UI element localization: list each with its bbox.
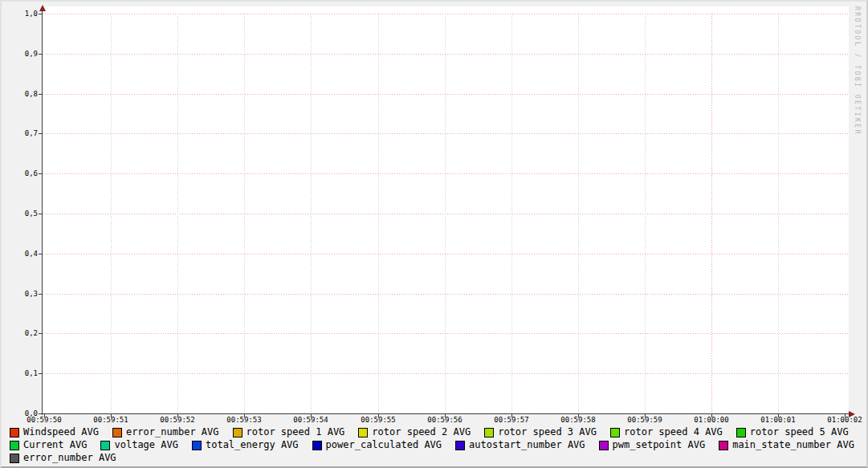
legend-item: Current AVG: [10, 440, 87, 450]
legend-item: error_number AVG: [10, 453, 116, 463]
legend-item: rotor speed 3 AVG: [484, 427, 597, 437]
rrdtool-graph-window: 1,00,90,80,70,60,50,40,30,20,10,0 00:59:…: [0, 0, 868, 468]
gridline-horizontal: [43, 294, 849, 295]
gridline-vertical-minor: [311, 14, 312, 413]
legend-label: rotor speed 2 AVG: [372, 427, 471, 437]
legend-row: Windspeed AVGerror_number AVGrotor speed…: [10, 427, 863, 437]
legend-label: voltage AVG: [114, 440, 177, 450]
y-tick-label: 0,9: [2, 50, 38, 59]
legend-label: Windspeed AVG: [23, 427, 99, 437]
legend-item: rotor speed 1 AVG: [233, 427, 345, 437]
legend-label: rotor speed 1 AVG: [247, 427, 345, 437]
legend-item: autostart_number AVG: [455, 440, 585, 450]
x-tick-label: 00:59:51: [87, 416, 135, 425]
gridline-horizontal: [43, 14, 849, 14]
watermark: RRDTOOL / TOBI OETIKER: [854, 6, 861, 136]
legend-color-swatch: [358, 428, 368, 437]
legend-item: main_state_number AVG: [719, 440, 854, 450]
legend-label: main_state_number AVG: [732, 440, 854, 450]
legend-item: pwm_setpoint AVG: [599, 440, 706, 450]
legend-label: total_energy AVG: [206, 440, 299, 450]
y-tick-label: 0,6: [2, 169, 38, 178]
legend-item: Windspeed AVG: [10, 427, 99, 437]
gridline-horizontal: [43, 94, 849, 95]
legend-item: power_calculated AVG: [312, 440, 442, 450]
legend-label: Current AVG: [23, 440, 87, 450]
legend-color-swatch: [736, 428, 746, 437]
legend-color-swatch: [10, 454, 19, 463]
legend-item: rotor speed 5 AVG: [736, 427, 849, 437]
x-tick-label: 00:59:55: [354, 416, 402, 425]
legend-row: error_number AVG: [10, 453, 863, 463]
y-axis-arrow-icon: [39, 5, 46, 11]
gridline-vertical-minor: [177, 14, 178, 413]
gridline-horizontal: [43, 133, 849, 134]
legend-color-swatch: [100, 441, 110, 450]
legend-label: pwm_setpoint AVG: [613, 440, 706, 450]
y-tick-label: 0,7: [2, 129, 38, 138]
legend-color-swatch: [599, 441, 609, 450]
x-tick-label: 01:00:01: [754, 416, 802, 425]
gridline-vertical-minor: [445, 14, 446, 413]
legend-item: total_energy AVG: [192, 440, 299, 450]
legend-color-swatch: [10, 441, 19, 450]
legend-color-swatch: [312, 441, 322, 450]
y-tick-label: 0,8: [2, 90, 38, 99]
legend-label: autostart_number AVG: [469, 440, 585, 450]
legend-color-swatch: [192, 441, 202, 450]
gridline-horizontal: [43, 333, 849, 334]
legend-label: rotor speed 4 AVG: [624, 427, 723, 437]
legend: Windspeed AVGerror_number AVGrotor speed…: [10, 427, 863, 466]
x-axis-line: [42, 413, 849, 414]
gridline-vertical-minor: [511, 14, 512, 413]
legend-item: rotor speed 4 AVG: [610, 427, 723, 437]
gridline-horizontal: [43, 54, 849, 55]
y-tick-label: 0,4: [2, 250, 38, 258]
y-tick-label: 0,1: [2, 369, 38, 378]
x-tick-label: 01:00:00: [687, 416, 736, 425]
legend-label: rotor speed 5 AVG: [750, 427, 849, 437]
legend-color-swatch: [455, 441, 465, 450]
gridline-horizontal: [43, 214, 849, 214]
legend-item: voltage AVG: [100, 440, 177, 450]
x-tick-label: 00:59:59: [621, 416, 669, 425]
x-tick-label: 00:59:53: [220, 416, 268, 425]
gridline-vertical-minor: [244, 14, 245, 413]
gridline-horizontal: [43, 254, 849, 254]
y-axis-line: [42, 10, 43, 415]
x-tick-label: 00:59:57: [487, 416, 536, 425]
x-tick-label: 00:59:52: [153, 416, 202, 425]
legend-label: rotor speed 3 AVG: [498, 427, 597, 437]
y-tick-label: 1,0: [2, 10, 38, 18]
legend-color-swatch: [112, 428, 122, 437]
legend-item: error_number AVG: [112, 427, 219, 437]
legend-color-swatch: [233, 428, 242, 437]
legend-color-swatch: [610, 428, 620, 437]
legend-color-swatch: [10, 428, 19, 437]
gridline-vertical-minor: [645, 14, 646, 413]
gridline-horizontal: [43, 173, 849, 174]
plot-area: [43, 6, 849, 413]
gridline-vertical-major: [711, 14, 712, 413]
x-tick-label: 00:59:54: [287, 416, 335, 425]
gridline-horizontal: [43, 373, 849, 374]
x-tick-label: 00:59:50: [20, 416, 68, 425]
legend-color-swatch: [719, 441, 728, 450]
gridline-vertical-minor: [111, 14, 112, 413]
y-tick-label: 0,5: [2, 210, 38, 218]
legend-label: error_number AVG: [126, 427, 219, 437]
legend-label: power_calculated AVG: [326, 440, 442, 450]
gridline-vertical-minor: [378, 14, 379, 413]
y-tick-label: 0,2: [2, 329, 38, 338]
legend-label: error_number AVG: [23, 453, 116, 463]
legend-color-swatch: [484, 428, 494, 437]
y-tick-label: 0,3: [2, 290, 38, 299]
x-tick-label: 00:59:56: [421, 416, 469, 425]
gridline-vertical-minor: [778, 14, 779, 413]
legend-item: rotor speed 2 AVG: [358, 427, 471, 437]
x-tick-label: 00:59:58: [554, 416, 602, 425]
legend-row: Current AVGvoltage AVGtotal_energy AVGpo…: [10, 440, 863, 450]
gridline-vertical-minor: [578, 14, 579, 413]
x-tick-label: 01:00:02: [821, 416, 868, 425]
